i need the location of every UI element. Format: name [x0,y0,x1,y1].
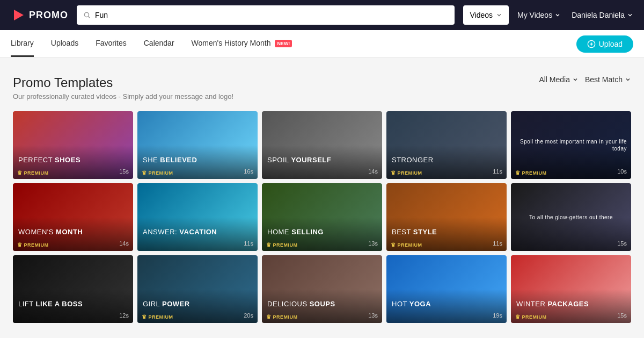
video-card[interactable]: SPOIL YOURSELF14s [262,111,382,179]
video-duration: 13s [368,312,378,319]
card-overlay [262,111,382,179]
filter-controls: All Media Best Match [539,75,631,84]
premium-badge: ♛PREMIUM [17,242,49,248]
my-videos-button[interactable]: My Videos [517,11,561,19]
video-title: DELICIOUS SOUPS [267,300,377,308]
video-duration: 15s [617,240,627,247]
section-header: Promo Templates Our professionally curat… [13,75,631,100]
video-card[interactable]: LIFT LIKE A BOSS12s [13,255,133,323]
video-card[interactable]: GIRL POWER♛PREMIUM20s [137,255,258,323]
nav: Library Uploads Favorites Calendar Women… [0,30,644,58]
video-duration: 11s [493,240,502,247]
user-label: Daniela Daniela [572,11,625,19]
all-media-label: All Media [539,75,570,84]
video-duration: 14s [368,168,378,175]
chevron-down-icon [496,12,502,18]
upload-icon [587,40,596,48]
video-card[interactable]: PERFECT SHOES♛PREMIUM15s [13,111,133,179]
videos-dropdown-label: Videos [470,11,493,19]
video-duration: 11s [244,240,253,247]
section-subtitle: Our professionally curated videos - Simp… [13,92,539,100]
chevron-down-icon [554,12,561,18]
video-duration: 11s [493,168,502,175]
logo-text: PROMO [29,10,68,21]
premium-label: PREMIUM [398,242,422,248]
video-card[interactable]: HOT YOGA19s [386,255,507,323]
video-duration: 15s [119,168,129,175]
premium-badge: ♛PREMIUM [515,314,547,320]
premium-badge: ♛PREMIUM [17,170,49,176]
video-card[interactable]: WOMEN'S MONTH♛PREMIUM14s [13,183,133,251]
section-title-area: Promo Templates Our professionally curat… [13,75,539,100]
video-duration: 10s [617,168,627,175]
premium-label: PREMIUM [24,170,49,176]
premium-badge: ♛PREMIUM [142,170,173,176]
video-title: LIFT LIKE A BOSS [18,300,128,308]
video-card[interactable]: BEST STYLE♛PREMIUM11s [386,183,507,251]
video-card[interactable]: ANSWER: VACATION11s [137,183,258,251]
nav-item-calendar[interactable]: Calendar [144,39,174,49]
video-duration: 20s [244,312,253,319]
video-card[interactable]: WINTER PACKAGES♛PREMIUM15s [511,255,631,323]
nav-item-womens-history[interactable]: Women's History Month NEW! [192,39,292,49]
video-grid: PERFECT SHOES♛PREMIUM15sSHE BELIEVED♛PRE… [13,111,631,323]
videos-dropdown[interactable]: Videos [463,5,509,25]
premium-badge: ♛PREMIUM [266,314,298,320]
crown-icon: ♛ [142,314,147,320]
video-duration: 19s [493,312,502,319]
card-overlay [13,255,133,323]
premium-label: PREMIUM [149,170,173,176]
crown-icon: ♛ [142,170,147,176]
premium-badge: ♛PREMIUM [391,242,422,248]
video-duration: 16s [244,168,253,175]
user-button[interactable]: Daniela Daniela [572,11,633,19]
video-duration: 13s [368,240,378,247]
premium-label: PREMIUM [273,242,298,248]
crown-icon: ♛ [391,242,396,248]
premium-label: PREMIUM [522,314,547,320]
video-title: PERFECT SHOES [18,156,128,164]
best-match-filter[interactable]: Best Match [585,75,631,84]
video-duration: 14s [119,240,129,247]
section-title: Promo Templates [13,75,539,90]
card-overlay [137,111,258,179]
video-card[interactable]: To all the glow-getters out there15s [511,183,631,251]
video-card[interactable]: DELICIOUS SOUPS♛PREMIUM13s [262,255,382,323]
chevron-down-icon [627,12,633,18]
upload-button[interactable]: Upload [576,35,633,53]
upload-label: Upload [599,40,623,48]
header: PROMO Videos My Videos Daniela Daniela [0,0,644,30]
nav-item-uploads[interactable]: Uploads [51,39,78,49]
bottom-controls: Load more See less [13,336,631,338]
crown-icon: ♛ [515,170,521,176]
nav-item-favorites[interactable]: Favorites [96,39,127,49]
premium-badge: ♛PREMIUM [515,170,547,176]
video-card[interactable]: Spoil the most important man in your lif… [511,111,631,179]
card-inner-text: Spoil the most important man in your lif… [511,111,631,179]
video-card[interactable]: SHE BELIEVED♛PREMIUM16s [137,111,258,179]
logo[interactable]: PROMO [11,8,68,23]
search-input[interactable] [95,11,448,19]
card-overlay [262,183,382,251]
nav-item-library[interactable]: Library [11,39,34,49]
video-title: HOT YOGA [392,300,501,308]
logo-icon [11,8,26,23]
video-card[interactable]: STRONGER♛PREMIUM11s [386,111,507,179]
video-duration: 15s [617,312,627,319]
chevron-down-icon [572,76,579,83]
all-media-filter[interactable]: All Media [539,75,579,84]
premium-label: PREMIUM [398,170,422,176]
header-right: My Videos Daniela Daniela [517,11,633,19]
premium-label: PREMIUM [522,170,547,176]
card-overlay [511,255,631,323]
card-overlay [386,111,507,179]
crown-icon: ♛ [266,314,272,320]
chevron-down-icon [625,76,631,83]
premium-badge: ♛PREMIUM [391,170,422,176]
card-overlay [137,255,258,323]
video-card[interactable]: HOME SELLING♛PREMIUM13s [262,183,382,251]
card-overlay [13,111,133,179]
video-duration: 12s [119,312,129,319]
premium-label: PREMIUM [149,314,173,320]
card-overlay [13,183,133,251]
